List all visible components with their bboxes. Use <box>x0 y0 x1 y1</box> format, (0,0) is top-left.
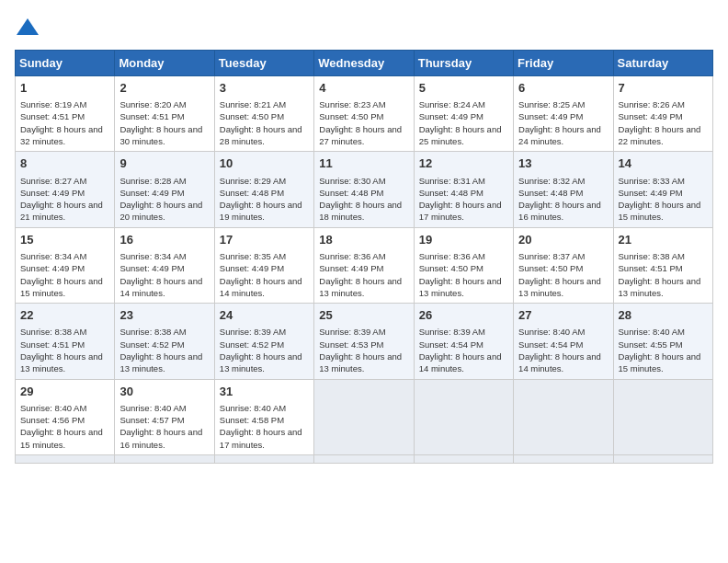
day-info: Sunrise: 8:34 AMSunset: 4:49 PMDaylight:… <box>20 251 103 298</box>
day-info: Sunrise: 8:38 AMSunset: 4:52 PMDaylight:… <box>119 327 202 373</box>
day-number: 2 <box>119 80 209 97</box>
day-number: 6 <box>518 80 608 97</box>
day-number: 7 <box>619 80 708 97</box>
day-number: 5 <box>419 80 508 97</box>
calendar-row <box>16 454 713 463</box>
calendar-row: 29Sunrise: 8:40 AMSunset: 4:56 PMDayligh… <box>16 379 713 454</box>
day-number: 18 <box>319 232 408 248</box>
calendar-cell: 31Sunrise: 8:40 AMSunset: 4:58 PMDayligh… <box>214 379 313 454</box>
logo-icon <box>15 15 40 40</box>
calendar-cell <box>514 379 613 454</box>
day-info: Sunrise: 8:28 AMSunset: 4:49 PMDaylight:… <box>119 176 202 223</box>
calendar-cell <box>414 379 513 454</box>
day-number: 15 <box>20 232 109 248</box>
calendar-row: 15Sunrise: 8:34 AMSunset: 4:49 PMDayligh… <box>16 227 713 303</box>
day-number: 3 <box>220 80 309 97</box>
calendar-cell: 11Sunrise: 8:30 AMSunset: 4:48 PMDayligh… <box>314 152 414 227</box>
calendar-cell <box>115 454 214 463</box>
calendar-cell: 8Sunrise: 8:27 AMSunset: 4:49 PMDaylight… <box>16 152 115 227</box>
day-number: 25 <box>319 307 408 324</box>
calendar-cell: 24Sunrise: 8:39 AMSunset: 4:52 PMDayligh… <box>214 304 313 379</box>
calendar-cell <box>314 454 414 463</box>
day-header-thursday: Thursday <box>414 51 513 76</box>
calendar-cell: 22Sunrise: 8:38 AMSunset: 4:51 PMDayligh… <box>16 304 115 379</box>
day-number: 13 <box>518 155 608 172</box>
day-number: 12 <box>419 155 508 172</box>
calendar-row: 1Sunrise: 8:19 AMSunset: 4:51 PMDaylight… <box>16 76 713 152</box>
day-info: Sunrise: 8:39 AMSunset: 4:53 PMDaylight:… <box>319 327 402 373</box>
page-header <box>15 15 713 40</box>
calendar-cell: 10Sunrise: 8:29 AMSunset: 4:48 PMDayligh… <box>214 152 313 227</box>
calendar-cell <box>514 454 613 463</box>
calendar-cell: 20Sunrise: 8:37 AMSunset: 4:50 PMDayligh… <box>514 227 613 303</box>
day-info: Sunrise: 8:37 AMSunset: 4:50 PMDaylight:… <box>518 251 601 298</box>
day-number: 22 <box>20 307 109 324</box>
calendar-cell: 28Sunrise: 8:40 AMSunset: 4:55 PMDayligh… <box>613 304 712 379</box>
day-info: Sunrise: 8:21 AMSunset: 4:50 PMDaylight:… <box>220 99 302 146</box>
day-info: Sunrise: 8:32 AMSunset: 4:48 PMDaylight:… <box>518 176 601 223</box>
day-number: 31 <box>220 384 309 400</box>
calendar-row: 8Sunrise: 8:27 AMSunset: 4:49 PMDaylight… <box>16 152 713 227</box>
day-info: Sunrise: 8:31 AMSunset: 4:48 PMDaylight:… <box>419 176 502 223</box>
day-number: 30 <box>119 384 209 400</box>
day-info: Sunrise: 8:39 AMSunset: 4:52 PMDaylight:… <box>220 327 302 373</box>
calendar-cell: 12Sunrise: 8:31 AMSunset: 4:48 PMDayligh… <box>414 152 513 227</box>
calendar-cell <box>16 454 115 463</box>
day-info: Sunrise: 8:27 AMSunset: 4:49 PMDaylight:… <box>20 176 103 223</box>
day-info: Sunrise: 8:40 AMSunset: 4:57 PMDaylight:… <box>119 403 202 450</box>
day-info: Sunrise: 8:34 AMSunset: 4:49 PMDaylight:… <box>119 251 202 298</box>
day-info: Sunrise: 8:35 AMSunset: 4:49 PMDaylight:… <box>220 251 302 298</box>
day-info: Sunrise: 8:36 AMSunset: 4:49 PMDaylight:… <box>319 251 402 298</box>
calendar-cell <box>214 454 313 463</box>
calendar-cell: 17Sunrise: 8:35 AMSunset: 4:49 PMDayligh… <box>214 227 313 303</box>
day-info: Sunrise: 8:38 AMSunset: 4:51 PMDaylight:… <box>20 327 103 373</box>
calendar-cell: 3Sunrise: 8:21 AMSunset: 4:50 PMDaylight… <box>214 76 313 152</box>
day-info: Sunrise: 8:33 AMSunset: 4:49 PMDaylight:… <box>619 176 701 223</box>
day-number: 24 <box>220 307 309 324</box>
day-info: Sunrise: 8:40 AMSunset: 4:54 PMDaylight:… <box>518 327 601 373</box>
calendar-cell: 26Sunrise: 8:39 AMSunset: 4:54 PMDayligh… <box>414 304 513 379</box>
day-info: Sunrise: 8:36 AMSunset: 4:50 PMDaylight:… <box>419 251 502 298</box>
day-info: Sunrise: 8:25 AMSunset: 4:49 PMDaylight:… <box>518 99 601 146</box>
day-number: 19 <box>419 232 508 248</box>
day-info: Sunrise: 8:40 AMSunset: 4:56 PMDaylight:… <box>20 403 103 450</box>
day-info: Sunrise: 8:26 AMSunset: 4:49 PMDaylight:… <box>619 99 701 146</box>
svg-marker-0 <box>17 18 39 35</box>
day-number: 26 <box>419 307 508 324</box>
day-number: 16 <box>119 232 209 248</box>
calendar-cell: 21Sunrise: 8:38 AMSunset: 4:51 PMDayligh… <box>613 227 712 303</box>
day-number: 1 <box>20 80 109 97</box>
calendar-row: 22Sunrise: 8:38 AMSunset: 4:51 PMDayligh… <box>16 304 713 379</box>
calendar-cell: 6Sunrise: 8:25 AMSunset: 4:49 PMDaylight… <box>514 76 613 152</box>
day-info: Sunrise: 8:20 AMSunset: 4:51 PMDaylight:… <box>119 99 202 146</box>
day-info: Sunrise: 8:19 AMSunset: 4:51 PMDaylight:… <box>20 99 103 146</box>
day-header-wednesday: Wednesday <box>314 51 414 76</box>
day-number: 17 <box>220 232 309 248</box>
calendar-cell: 18Sunrise: 8:36 AMSunset: 4:49 PMDayligh… <box>314 227 414 303</box>
calendar-cell: 27Sunrise: 8:40 AMSunset: 4:54 PMDayligh… <box>514 304 613 379</box>
calendar-cell: 2Sunrise: 8:20 AMSunset: 4:51 PMDaylight… <box>115 76 214 152</box>
day-info: Sunrise: 8:30 AMSunset: 4:48 PMDaylight:… <box>319 176 402 223</box>
day-info: Sunrise: 8:40 AMSunset: 4:58 PMDaylight:… <box>220 403 302 450</box>
day-number: 28 <box>619 307 708 324</box>
calendar-cell: 23Sunrise: 8:38 AMSunset: 4:52 PMDayligh… <box>115 304 214 379</box>
day-number: 9 <box>119 155 209 172</box>
day-info: Sunrise: 8:29 AMSunset: 4:48 PMDaylight:… <box>220 176 302 223</box>
calendar-cell <box>314 379 414 454</box>
calendar-cell <box>613 454 712 463</box>
day-number: 8 <box>20 155 109 172</box>
calendar-cell <box>414 454 513 463</box>
day-info: Sunrise: 8:24 AMSunset: 4:49 PMDaylight:… <box>419 99 502 146</box>
day-number: 4 <box>319 80 408 97</box>
day-number: 27 <box>518 307 608 324</box>
calendar-cell: 29Sunrise: 8:40 AMSunset: 4:56 PMDayligh… <box>16 379 115 454</box>
calendar-cell: 14Sunrise: 8:33 AMSunset: 4:49 PMDayligh… <box>613 152 712 227</box>
day-info: Sunrise: 8:40 AMSunset: 4:55 PMDaylight:… <box>619 327 701 373</box>
day-header-monday: Monday <box>115 51 214 76</box>
day-number: 10 <box>220 155 309 172</box>
calendar-cell: 5Sunrise: 8:24 AMSunset: 4:49 PMDaylight… <box>414 76 513 152</box>
day-header-saturday: Saturday <box>613 51 712 76</box>
calendar-cell: 7Sunrise: 8:26 AMSunset: 4:49 PMDaylight… <box>613 76 712 152</box>
day-number: 21 <box>619 232 708 248</box>
day-number: 14 <box>619 155 708 172</box>
